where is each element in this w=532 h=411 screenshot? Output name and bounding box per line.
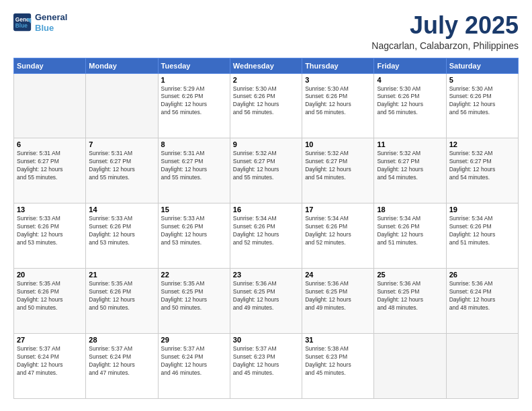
- svg-text:Blue: Blue: [15, 22, 28, 29]
- day-info: Sunrise: 5:34 AM Sunset: 6:26 PM Dayligh…: [377, 215, 443, 247]
- calendar-week-row: 13Sunrise: 5:33 AM Sunset: 6:26 PM Dayli…: [14, 203, 519, 269]
- day-number: 25: [377, 271, 443, 279]
- day-number: 30: [233, 336, 299, 344]
- day-info: Sunrise: 5:32 AM Sunset: 6:27 PM Dayligh…: [305, 150, 371, 182]
- day-number: 5: [449, 76, 515, 84]
- table-row: 21Sunrise: 5:35 AM Sunset: 6:26 PM Dayli…: [86, 269, 158, 334]
- day-number: 11: [377, 140, 443, 148]
- table-row: 15Sunrise: 5:33 AM Sunset: 6:26 PM Dayli…: [158, 203, 230, 269]
- day-info: Sunrise: 5:32 AM Sunset: 6:27 PM Dayligh…: [233, 150, 299, 182]
- day-number: 23: [233, 271, 299, 279]
- day-number: 12: [449, 140, 515, 148]
- title-section: July 2025 Nagcarlan, Calabarzon, Philipp…: [371, 12, 519, 51]
- day-info: Sunrise: 5:31 AM Sunset: 6:27 PM Dayligh…: [89, 150, 154, 182]
- table-row: 13Sunrise: 5:33 AM Sunset: 6:26 PM Dayli…: [14, 203, 86, 269]
- table-row: [374, 334, 446, 399]
- day-info: Sunrise: 5:30 AM Sunset: 6:26 PM Dayligh…: [377, 85, 443, 118]
- day-number: 7: [89, 140, 154, 148]
- col-sunday: Sunday: [14, 58, 86, 73]
- day-info: Sunrise: 5:31 AM Sunset: 6:27 PM Dayligh…: [161, 150, 227, 182]
- table-row: 23Sunrise: 5:36 AM Sunset: 6:25 PM Dayli…: [230, 269, 302, 334]
- day-number: 3: [305, 76, 371, 84]
- day-number: 6: [17, 140, 83, 148]
- day-number: 14: [89, 205, 154, 214]
- month-title: July 2025: [371, 12, 519, 39]
- table-row: 11Sunrise: 5:32 AM Sunset: 6:27 PM Dayli…: [374, 138, 446, 203]
- table-row: 2Sunrise: 5:30 AM Sunset: 6:26 PM Daylig…: [230, 73, 302, 138]
- table-row: 25Sunrise: 5:36 AM Sunset: 6:25 PM Dayli…: [374, 269, 446, 334]
- table-row: 8Sunrise: 5:31 AM Sunset: 6:27 PM Daylig…: [158, 138, 230, 203]
- table-row: 30Sunrise: 5:37 AM Sunset: 6:23 PM Dayli…: [230, 334, 302, 399]
- logo-icon: General Blue: [13, 13, 32, 32]
- page: General Blue General Blue July 2025 Nagc…: [0, 0, 532, 411]
- day-info: Sunrise: 5:37 AM Sunset: 6:24 PM Dayligh…: [89, 345, 154, 377]
- day-info: Sunrise: 5:30 AM Sunset: 6:26 PM Dayligh…: [233, 85, 299, 118]
- table-row: 14Sunrise: 5:33 AM Sunset: 6:26 PM Dayli…: [86, 203, 158, 269]
- table-row: 26Sunrise: 5:36 AM Sunset: 6:24 PM Dayli…: [446, 269, 518, 334]
- table-row: 29Sunrise: 5:37 AM Sunset: 6:24 PM Dayli…: [158, 334, 230, 399]
- day-info: Sunrise: 5:33 AM Sunset: 6:26 PM Dayligh…: [17, 215, 83, 247]
- day-info: Sunrise: 5:37 AM Sunset: 6:24 PM Dayligh…: [161, 345, 227, 377]
- table-row: 4Sunrise: 5:30 AM Sunset: 6:26 PM Daylig…: [374, 73, 446, 138]
- table-row: 1Sunrise: 5:29 AM Sunset: 6:26 PM Daylig…: [158, 73, 230, 138]
- col-monday: Monday: [86, 58, 158, 73]
- col-friday: Friday: [374, 58, 446, 73]
- day-info: Sunrise: 5:35 AM Sunset: 6:26 PM Dayligh…: [89, 280, 154, 312]
- day-info: Sunrise: 5:36 AM Sunset: 6:25 PM Dayligh…: [233, 280, 299, 312]
- day-number: 8: [161, 140, 227, 148]
- calendar-table: Sunday Monday Tuesday Wednesday Thursday…: [13, 58, 519, 399]
- table-row: 20Sunrise: 5:35 AM Sunset: 6:26 PM Dayli…: [14, 269, 86, 334]
- day-info: Sunrise: 5:33 AM Sunset: 6:26 PM Dayligh…: [161, 215, 227, 247]
- day-info: Sunrise: 5:32 AM Sunset: 6:27 PM Dayligh…: [377, 150, 443, 182]
- table-row: 31Sunrise: 5:38 AM Sunset: 6:23 PM Dayli…: [302, 334, 374, 399]
- day-number: 10: [305, 140, 371, 148]
- table-row: 22Sunrise: 5:35 AM Sunset: 6:25 PM Dayli…: [158, 269, 230, 334]
- day-info: Sunrise: 5:36 AM Sunset: 6:24 PM Dayligh…: [449, 280, 515, 312]
- calendar-week-row: 1Sunrise: 5:29 AM Sunset: 6:26 PM Daylig…: [14, 73, 519, 138]
- day-info: Sunrise: 5:38 AM Sunset: 6:23 PM Dayligh…: [305, 345, 371, 377]
- table-row: 27Sunrise: 5:37 AM Sunset: 6:24 PM Dayli…: [14, 334, 86, 399]
- logo: General Blue General Blue: [13, 12, 67, 33]
- day-number: 31: [305, 336, 371, 344]
- day-number: 24: [305, 271, 371, 279]
- day-number: 21: [89, 271, 154, 279]
- day-info: Sunrise: 5:36 AM Sunset: 6:25 PM Dayligh…: [305, 280, 371, 312]
- table-row: 9Sunrise: 5:32 AM Sunset: 6:27 PM Daylig…: [230, 138, 302, 203]
- day-number: 13: [17, 205, 83, 214]
- location-title: Nagcarlan, Calabarzon, Philippines: [371, 40, 519, 51]
- table-row: 12Sunrise: 5:32 AM Sunset: 6:27 PM Dayli…: [446, 138, 518, 203]
- day-number: 27: [17, 336, 83, 344]
- table-row: [86, 73, 158, 138]
- header: General Blue General Blue July 2025 Nagc…: [13, 12, 519, 51]
- day-info: Sunrise: 5:30 AM Sunset: 6:26 PM Dayligh…: [305, 85, 371, 118]
- day-info: Sunrise: 5:36 AM Sunset: 6:25 PM Dayligh…: [377, 280, 443, 312]
- day-number: 4: [377, 76, 443, 84]
- day-number: 19: [449, 205, 515, 214]
- calendar-week-row: 20Sunrise: 5:35 AM Sunset: 6:26 PM Dayli…: [14, 269, 519, 334]
- day-number: 16: [233, 205, 299, 214]
- col-saturday: Saturday: [446, 58, 518, 73]
- day-info: Sunrise: 5:34 AM Sunset: 6:26 PM Dayligh…: [233, 215, 299, 247]
- col-tuesday: Tuesday: [158, 58, 230, 73]
- table-row: 10Sunrise: 5:32 AM Sunset: 6:27 PM Dayli…: [302, 138, 374, 203]
- calendar-week-row: 27Sunrise: 5:37 AM Sunset: 6:24 PM Dayli…: [14, 334, 519, 399]
- day-number: 28: [89, 336, 154, 344]
- table-row: 28Sunrise: 5:37 AM Sunset: 6:24 PM Dayli…: [86, 334, 158, 399]
- day-number: 17: [305, 205, 371, 214]
- day-info: Sunrise: 5:29 AM Sunset: 6:26 PM Dayligh…: [161, 85, 227, 118]
- col-thursday: Thursday: [302, 58, 374, 73]
- table-row: 5Sunrise: 5:30 AM Sunset: 6:26 PM Daylig…: [446, 73, 518, 138]
- day-info: Sunrise: 5:35 AM Sunset: 6:25 PM Dayligh…: [161, 280, 227, 312]
- day-info: Sunrise: 5:30 AM Sunset: 6:26 PM Dayligh…: [449, 85, 515, 118]
- logo-text: General Blue: [35, 12, 67, 33]
- day-number: 26: [449, 271, 515, 279]
- day-number: 9: [233, 140, 299, 148]
- day-number: 18: [377, 205, 443, 214]
- day-info: Sunrise: 5:34 AM Sunset: 6:26 PM Dayligh…: [305, 215, 371, 247]
- day-number: 2: [233, 76, 299, 84]
- table-row: 18Sunrise: 5:34 AM Sunset: 6:26 PM Dayli…: [374, 203, 446, 269]
- day-number: 22: [161, 271, 227, 279]
- table-row: 3Sunrise: 5:30 AM Sunset: 6:26 PM Daylig…: [302, 73, 374, 138]
- day-info: Sunrise: 5:31 AM Sunset: 6:27 PM Dayligh…: [17, 150, 83, 182]
- table-row: [446, 334, 518, 399]
